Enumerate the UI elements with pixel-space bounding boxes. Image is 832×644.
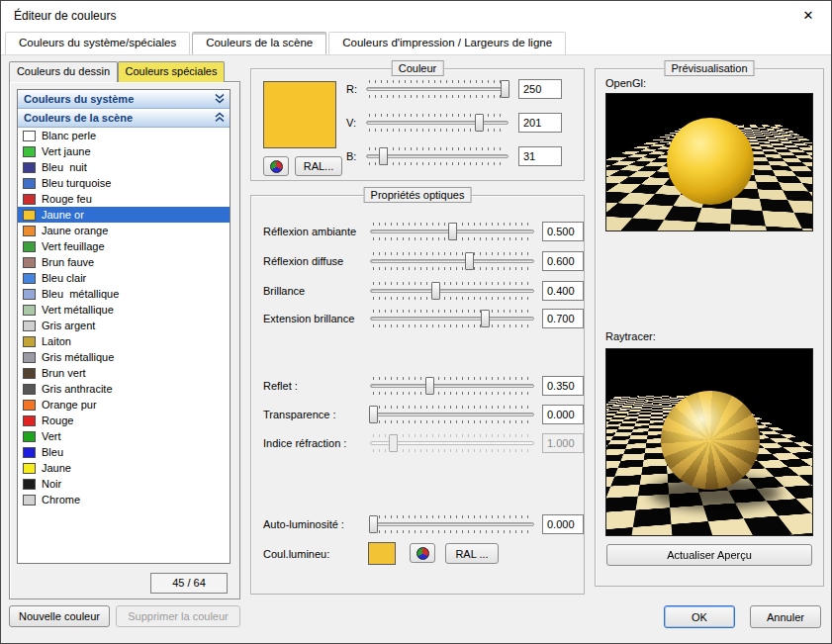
group-header-scene-colors[interactable]: Couleurs de la scène [18, 109, 230, 128]
color-list-item[interactable]: Bleu clair [18, 270, 230, 286]
color-swatch [23, 447, 36, 458]
transparency-value[interactable] [542, 405, 584, 424]
luminous-ral-button[interactable]: RAL ... [445, 543, 499, 564]
delete-color-button[interactable]: Supprimer la couleur [116, 605, 240, 627]
tab-print-colors-line-widths[interactable]: Couleurs d'impression / Largeurs de lign… [328, 32, 566, 54]
tab-special-colors[interactable]: Couleurs spéciales [118, 61, 225, 82]
transparency-slider[interactable] [370, 405, 534, 424]
luminous-color-label: Coul.lumineu: [263, 548, 329, 560]
tab-system-special-colors[interactable]: Couleurs du système/spéciales [5, 32, 190, 54]
color-name: Bleu nuit [42, 161, 87, 173]
color-list-item[interactable]: Bleu métallique [18, 286, 230, 302]
color-list-item[interactable]: Vert jaune [18, 143, 230, 159]
ambient-reflection-slider[interactable] [370, 222, 534, 241]
luminous-color-wheel-button[interactable] [410, 543, 435, 563]
color-list-item[interactable]: Rouge feu [18, 191, 230, 207]
color-editor-dialog: Éditeur de couleurs ✕ Couleurs du systèm… [0, 0, 832, 644]
color-list-item[interactable]: Vert feuillage [18, 238, 230, 254]
preview-groupbox: Prévisualisation OpenGl: Raytracer: Actu… [595, 68, 824, 587]
color-name: Vert [42, 430, 61, 442]
color-list-item[interactable]: Vert [18, 428, 230, 444]
chevron-down-icon[interactable] [214, 93, 226, 105]
color-name: Jaune orange [42, 225, 108, 236]
color-list-item[interactable]: Orange pur [18, 397, 230, 413]
color-name: Laiton [42, 335, 71, 347]
red-slider[interactable] [366, 79, 508, 99]
color-list: Couleurs du système Couleurs de la scène… [17, 89, 231, 564]
diffuse-reflection-slider[interactable] [370, 251, 534, 271]
color-name: Blanc perle [42, 130, 96, 141]
blue-slider[interactable] [366, 146, 508, 166]
color-swatch [23, 336, 36, 347]
reflection-row: Reflet : [251, 376, 584, 398]
green-channel-row: V: [251, 113, 584, 135]
new-color-button[interactable]: Nouvelle couleur [9, 605, 110, 627]
color-list-item[interactable]: Vert métallique [18, 302, 230, 318]
color-list-item[interactable]: Brun fauve [18, 254, 230, 270]
color-name: Jaune or [42, 209, 84, 221]
color-list-item[interactable]: Bleu turquoise [18, 175, 230, 191]
color-swatch [23, 384, 36, 395]
group-header-system-colors[interactable]: Couleurs du système [18, 90, 230, 109]
blue-value-field[interactable] [518, 146, 562, 166]
auto-luminosity-slider[interactable] [370, 514, 534, 534]
chevron-up-icon[interactable] [214, 112, 226, 124]
shininess-value[interactable] [542, 281, 584, 301]
tab-drawing-colors[interactable]: Couleurs du dessin [9, 61, 118, 82]
color-name: Rouge feu [42, 193, 92, 205]
color-name: Noir [42, 478, 61, 490]
color-swatch [23, 178, 36, 189]
red-label: R: [346, 83, 357, 95]
diffuse-reflection-value[interactable] [542, 251, 584, 271]
tab-scene-colors[interactable]: Couleurs de la scène [192, 32, 326, 54]
green-slider-thumb[interactable] [475, 114, 484, 132]
color-list-item[interactable]: Jaune or [18, 207, 230, 223]
auto-luminosity-value[interactable] [542, 514, 584, 534]
ok-button[interactable]: OK [664, 605, 735, 628]
color-swatch [23, 305, 36, 316]
color-list-item[interactable]: Bleu nuit [18, 159, 230, 175]
color-groupbox: Couleur RAL... R: V: B: [250, 68, 585, 181]
color-list-item[interactable]: Laiton [18, 333, 230, 349]
color-list-item[interactable]: Gris métallique [18, 349, 230, 365]
blue-slider-thumb[interactable] [379, 147, 388, 165]
color-name: Bleu clair [42, 272, 86, 284]
color-name: Bleu turquoise [42, 177, 111, 189]
optics-group-title: Propriétés optiques [364, 187, 472, 203]
cancel-button[interactable]: Annuler [750, 605, 821, 628]
preview-group-title: Prévisualisation [664, 60, 754, 76]
color-list-item[interactable]: Blanc perle [18, 128, 230, 143]
color-swatch [23, 431, 36, 442]
color-list-item[interactable]: Gris anthracite [18, 381, 230, 397]
shininess-extension-value[interactable] [542, 309, 584, 328]
color-swatch [23, 273, 36, 284]
reflection-value[interactable] [542, 376, 584, 396]
color-list-item[interactable]: Jaune orange [18, 223, 230, 238]
refraction-index-row: Indice réfraction : [251, 433, 584, 455]
refresh-preview-button[interactable]: Actualiser Aperçu [606, 544, 812, 566]
color-name: Gris argent [42, 320, 95, 331]
red-slider-thumb[interactable] [501, 80, 509, 98]
ambient-reflection-value[interactable] [542, 222, 584, 241]
window-title: Éditeur de couleurs [14, 9, 116, 23]
color-name: Bleu [42, 446, 63, 458]
green-slider[interactable] [366, 113, 508, 133]
color-name: Gris anthracite [42, 383, 113, 395]
color-list-item[interactable]: Jaune [18, 460, 230, 476]
color-list-item[interactable]: Gris argent [18, 318, 230, 333]
shininess-slider[interactable] [370, 281, 534, 301]
color-name: Vert métallique [42, 304, 114, 316]
color-list-item[interactable]: Brun vert [18, 365, 230, 381]
color-list-item[interactable]: Noir [18, 476, 230, 492]
color-swatch [23, 415, 36, 426]
color-list-item[interactable]: Bleu [18, 444, 230, 460]
color-list-item[interactable]: Chrome [18, 492, 230, 507]
reflection-slider[interactable] [370, 376, 534, 396]
color-name: Chrome [42, 494, 80, 506]
close-icon[interactable]: ✕ [786, 1, 831, 31]
shininess-extension-slider[interactable] [370, 309, 534, 328]
color-name: Orange pur [42, 399, 97, 411]
green-value-field[interactable] [518, 113, 562, 133]
red-value-field[interactable] [518, 79, 562, 99]
color-list-item[interactable]: Rouge [18, 413, 230, 428]
